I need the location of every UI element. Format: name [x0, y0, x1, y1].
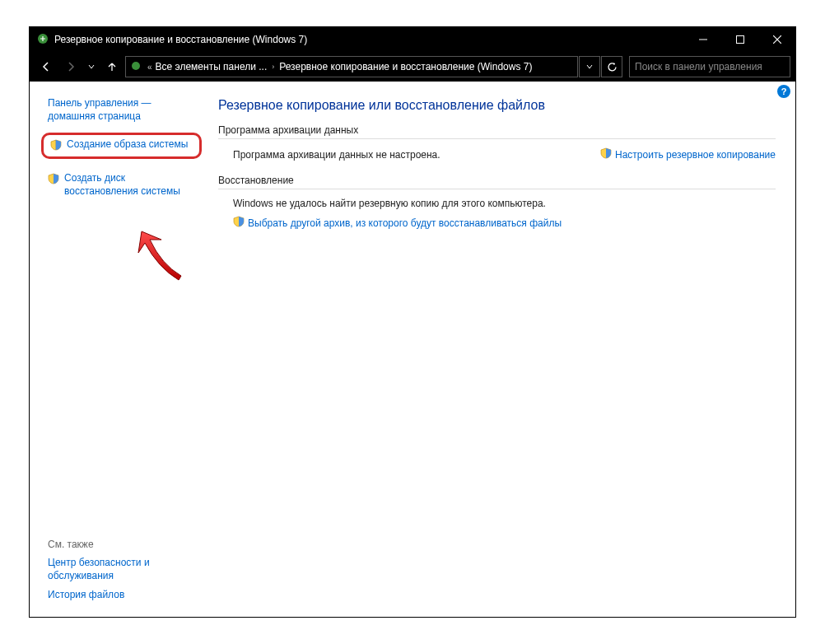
page-title: Резервное копирование или восстановление…: [218, 98, 776, 113]
minimize-button[interactable]: [684, 27, 721, 52]
sidebar-item-create-image[interactable]: Создание образа системы: [41, 133, 202, 159]
setup-backup-label: Настроить резервное копирование: [615, 149, 776, 161]
backup-section-header: Программа архивации данных: [218, 124, 776, 139]
restore-section-header: Восстановление: [218, 175, 776, 189]
window-title: Резервное копирование и восстановление (…: [54, 34, 684, 45]
breadcrumb[interactable]: « Все элементы панели ... › Резервное ко…: [125, 56, 578, 77]
titlebar: Резервное копирование и восстановление (…: [30, 27, 795, 52]
recent-dropdown[interactable]: [84, 55, 99, 78]
shield-icon: [48, 173, 59, 187]
choose-other-backup-label: Выбрать другой архив, из которого будут …: [248, 217, 562, 229]
chevron-left-icon[interactable]: «: [146, 63, 154, 72]
back-button[interactable]: [35, 55, 58, 78]
restore-section: Восстановление Windows не удалось найти …: [218, 175, 776, 230]
control-panel-home-link[interactable]: Панель управления — домашняя страница: [48, 96, 195, 123]
up-button[interactable]: [100, 55, 124, 78]
close-button[interactable]: [758, 27, 795, 52]
maximize-button[interactable]: [721, 27, 758, 52]
search-input[interactable]: [635, 61, 785, 72]
shield-icon: [50, 139, 62, 153]
shield-icon: [233, 216, 245, 230]
address-dropdown[interactable]: [579, 56, 600, 77]
backup-section: Программа архивации данных Программа арх…: [218, 124, 776, 161]
see-also-security-link[interactable]: Центр безопасности и обслуживания: [48, 557, 195, 582]
search-box[interactable]: [629, 56, 790, 77]
window-frame: Резервное копирование и восстановление (…: [29, 26, 796, 618]
svg-point-5: [132, 62, 140, 70]
breadcrumb-parent[interactable]: Все элементы панели ...: [156, 61, 268, 72]
main-content: Резервное копирование или восстановление…: [207, 82, 795, 617]
breadcrumb-icon: [129, 59, 142, 75]
create-system-image-link[interactable]: Создание образа системы: [67, 138, 188, 152]
see-also-file-history-link[interactable]: История файлов: [48, 589, 195, 602]
address-bar-row: « Все элементы панели ... › Резервное ко…: [30, 52, 795, 82]
window-controls: [684, 27, 795, 52]
content-area: ? Панель управления — домашняя страница …: [30, 82, 795, 617]
setup-backup-link[interactable]: Настроить резервное копирование: [600, 147, 776, 161]
help-icon[interactable]: ?: [777, 85, 790, 98]
backup-status-text: Программа архивации данных не настроена.: [233, 149, 440, 161]
create-recovery-disc-link[interactable]: Создать диск восстановления системы: [64, 172, 195, 198]
sidebar-item-create-disc[interactable]: Создать диск восстановления системы: [48, 172, 195, 198]
chevron-right-icon: ›: [268, 63, 277, 71]
refresh-button[interactable]: [601, 56, 622, 77]
sidebar: Панель управления — домашняя страница Со…: [30, 82, 207, 617]
forward-button[interactable]: [59, 55, 82, 78]
restore-status-text: Windows не удалось найти резервную копию…: [233, 198, 776, 209]
choose-other-backup-link[interactable]: Выбрать другой архив, из которого будут …: [233, 216, 562, 230]
shield-icon: [600, 147, 612, 161]
app-icon: [36, 32, 49, 48]
see-also-header: См. также: [48, 539, 195, 550]
svg-rect-2: [736, 36, 743, 44]
breadcrumb-current[interactable]: Резервное копирование и восстановление (…: [279, 61, 532, 72]
see-also: См. также Центр безопасности и обслужива…: [48, 539, 195, 609]
